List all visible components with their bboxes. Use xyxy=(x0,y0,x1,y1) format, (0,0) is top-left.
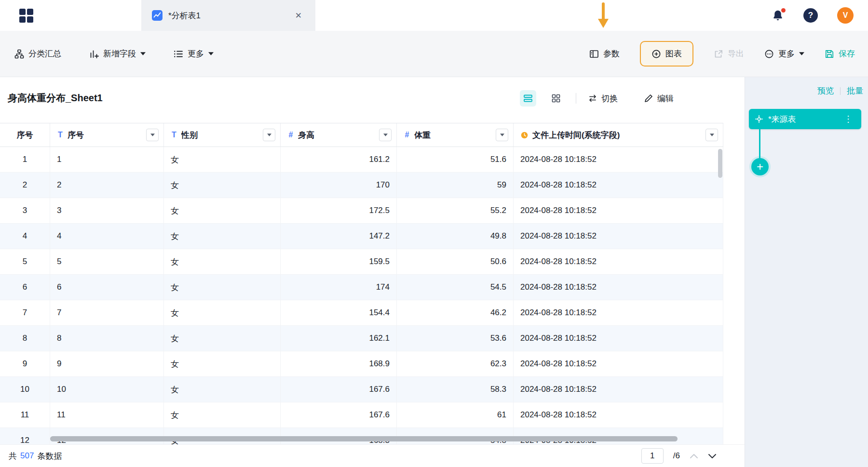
cell-row-index: 9 xyxy=(0,351,50,377)
cell-gender: 女 xyxy=(164,300,281,326)
tab-close-icon[interactable]: ✕ xyxy=(292,10,305,21)
cell-height: 168.9 xyxy=(281,351,397,377)
table-row[interactable]: 9 9 女 168.9 62.3 2024-08-28 10:18:52 xyxy=(0,351,723,377)
params-icon xyxy=(589,49,599,59)
cell-weight: 54.5 xyxy=(397,275,514,300)
flow-panel: 预览 批量 *来源表 ⋮ + xyxy=(745,77,868,467)
cell-upload-time: 2024-08-28 10:18:52 xyxy=(514,249,723,275)
view-controls: 切换 编辑 xyxy=(520,90,674,107)
add-field-label: 新增字段 xyxy=(103,48,136,59)
vertical-scrollbar-thumb[interactable] xyxy=(718,149,722,178)
grid-view-toggle[interactable] xyxy=(548,90,564,107)
cell-height: 161.2 xyxy=(281,147,397,173)
page-number-input[interactable] xyxy=(641,448,664,464)
switch-button[interactable]: 切换 xyxy=(588,93,618,104)
subtotal-label: 分类汇总 xyxy=(28,48,61,59)
cell-gender: 女 xyxy=(164,402,281,428)
cell-serial: 4 xyxy=(50,224,164,249)
page-down-button[interactable] xyxy=(708,454,717,459)
cell-row-index: 12 xyxy=(0,428,50,444)
table-row[interactable]: 5 5 女 159.5 50.6 2024-08-28 10:18:52 xyxy=(0,249,723,275)
table-row[interactable]: 6 6 女 174 54.5 2024-08-28 10:18:52 xyxy=(0,275,723,300)
notifications-bell-icon[interactable] xyxy=(772,9,784,22)
cell-height: 170 xyxy=(281,173,397,198)
cell-row-index: 11 xyxy=(0,402,50,428)
source-table-node[interactable]: *来源表 ⋮ xyxy=(749,109,861,129)
cell-row-index: 8 xyxy=(0,326,50,351)
app-window: *分析表1 ✕ ? V 分类汇总 xyxy=(0,0,868,467)
subtotal-button[interactable]: 分类汇总 xyxy=(14,48,61,59)
params-button[interactable]: 参数 xyxy=(589,48,620,59)
cell-serial: 9 xyxy=(50,351,164,377)
page-up-button[interactable] xyxy=(690,454,698,459)
subtotal-icon xyxy=(14,49,24,59)
column-filter-dropdown[interactable] xyxy=(263,129,275,141)
edit-button[interactable]: 编辑 xyxy=(644,93,674,104)
table-row[interactable]: 2 2 女 170 59 2024-08-28 10:18:52 xyxy=(0,173,723,198)
preview-tab[interactable]: 预览 xyxy=(817,85,834,96)
cell-row-index: 10 xyxy=(0,377,50,402)
move-crosshair-icon xyxy=(755,115,763,123)
cell-gender: 女 xyxy=(164,198,281,224)
batch-tab[interactable]: 批量 xyxy=(847,85,863,96)
table-row[interactable]: 8 8 女 162.1 53.6 2024-08-28 10:18:52 xyxy=(0,326,723,351)
add-step-button[interactable]: + xyxy=(751,158,769,175)
export-button[interactable]: 导出 xyxy=(714,48,744,59)
cell-upload-time: 2024-08-28 10:18:52 xyxy=(514,224,723,249)
column-filter-dropdown[interactable] xyxy=(146,129,159,141)
total-prefix: 共 xyxy=(9,451,17,462)
cell-row-index: 4 xyxy=(0,224,50,249)
total-count[interactable]: 507 xyxy=(20,451,34,461)
edit-label: 编辑 xyxy=(657,93,674,104)
cell-gender: 女 xyxy=(164,377,281,402)
column-header-height[interactable]: # 身高 xyxy=(281,123,397,147)
column-header-gender[interactable]: T 性别 xyxy=(164,123,281,147)
chart-button[interactable]: 图表 xyxy=(651,48,682,59)
table-row[interactable]: 11 11 女 167.6 61 2024-08-28 10:18:52 xyxy=(0,402,723,428)
notification-dot xyxy=(781,8,786,13)
node-menu-icon[interactable]: ⋮ xyxy=(841,113,855,125)
table-row[interactable]: 1 1 女 161.2 51.6 2024-08-28 10:18:52 xyxy=(0,147,723,173)
toolbar-right-group: 参数 图表 导出 更多 xyxy=(589,31,855,77)
save-button[interactable]: 保存 xyxy=(825,48,855,59)
cell-upload-time: 2024-08-28 10:18:52 xyxy=(514,351,723,377)
cell-gender: 女 xyxy=(164,351,281,377)
save-icon xyxy=(825,49,834,59)
cell-height: 147.2 xyxy=(281,224,397,249)
horizontal-scrollbar-thumb[interactable] xyxy=(50,436,678,441)
more-right-button[interactable]: 更多 xyxy=(764,48,804,59)
column-header-row-index: 序号 xyxy=(0,123,50,147)
help-icon[interactable]: ? xyxy=(803,8,818,23)
tab-analysis-sheet[interactable]: *分析表1 ✕ xyxy=(141,0,315,31)
cell-serial: 10 xyxy=(50,377,164,402)
column-header-serial[interactable]: T 序号 xyxy=(50,123,164,147)
swap-icon xyxy=(588,93,597,103)
more-left-button[interactable]: 更多 xyxy=(174,48,214,59)
table-row[interactable]: 7 7 女 154.4 46.2 2024-08-28 10:18:52 xyxy=(0,300,723,326)
detail-view-toggle[interactable] xyxy=(520,90,536,107)
column-header-weight[interactable]: # 体重 xyxy=(397,123,514,147)
table-row[interactable]: 10 10 女 167.6 58.3 2024-08-28 10:18:52 xyxy=(0,377,723,402)
data-table: 序号 T 序号 T 性别 # 身高 # 体重 xyxy=(0,123,723,444)
app-logo-icon[interactable] xyxy=(19,9,33,23)
column-filter-dropdown[interactable] xyxy=(379,129,392,141)
divider xyxy=(576,93,576,104)
column-filter-dropdown[interactable] xyxy=(496,129,508,141)
table-row[interactable]: 3 3 女 172.5 55.2 2024-08-28 10:18:52 xyxy=(0,198,723,224)
cell-height: 162.1 xyxy=(281,326,397,351)
number-type-icon: # xyxy=(287,131,294,139)
column-filter-dropdown[interactable] xyxy=(705,129,718,141)
cell-serial: 6 xyxy=(50,275,164,300)
table-row[interactable]: 4 4 女 147.2 49.8 2024-08-28 10:18:52 xyxy=(0,224,723,249)
column-header-upload-time[interactable]: 文件上传时间(系统字段) xyxy=(514,123,723,147)
pagination: /6 xyxy=(641,448,717,464)
page-total: /6 xyxy=(673,451,680,461)
cell-row-index: 2 xyxy=(0,173,50,198)
avatar[interactable]: V xyxy=(837,7,854,24)
topbar: *分析表1 ✕ ? V xyxy=(0,0,868,31)
more-circle-icon xyxy=(764,49,774,59)
cell-weight: 46.2 xyxy=(397,300,514,326)
save-label: 保存 xyxy=(839,48,855,59)
cell-serial: 7 xyxy=(50,300,164,326)
add-field-button[interactable]: 新增字段 xyxy=(89,48,146,59)
